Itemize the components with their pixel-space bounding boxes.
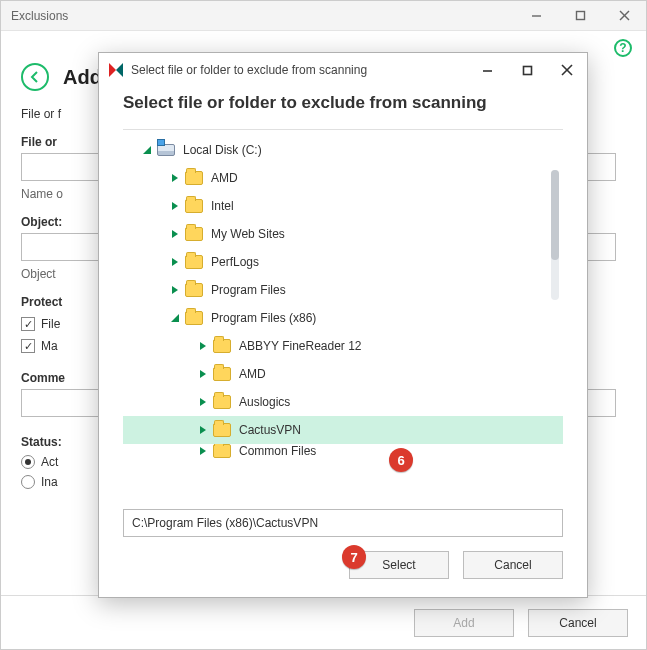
folder-icon [213, 339, 231, 353]
expand-icon[interactable] [197, 425, 209, 435]
help-icon[interactable]: ? [614, 39, 632, 57]
folder-icon [185, 171, 203, 185]
svg-marker-10 [172, 202, 178, 210]
radio-inactive[interactable] [21, 475, 35, 489]
svg-marker-11 [172, 230, 178, 238]
radio-inactive-label: Ina [41, 475, 58, 489]
tree-row-item-1[interactable]: AMD [123, 164, 563, 192]
select-file-dialog: Select file or folder to exclude from sc… [98, 52, 588, 598]
expand-icon[interactable] [197, 341, 209, 351]
dlg-heading: Select file or folder to exclude from sc… [99, 87, 587, 129]
page-title: Add [63, 66, 102, 89]
dlg-maximize-button[interactable] [507, 53, 547, 87]
folder-tree: Local Disk (C:)AMDIntelMy Web SitesPerfL… [123, 129, 563, 481]
folder-icon [185, 283, 203, 297]
expand-icon[interactable] [197, 369, 209, 379]
tree-row-item-9[interactable]: Auslogics [123, 388, 563, 416]
expand-icon[interactable] [169, 173, 181, 183]
svg-rect-1 [576, 12, 584, 20]
expand-icon[interactable] [197, 397, 209, 407]
folder-icon [185, 255, 203, 269]
svg-marker-8 [143, 146, 151, 154]
dlg-cancel-button[interactable]: Cancel [463, 551, 563, 579]
folder-icon [185, 199, 203, 213]
folder-icon [185, 311, 203, 325]
bg-bottom-bar: Add Cancel [1, 595, 646, 649]
expand-icon[interactable] [169, 201, 181, 211]
tree-item-label: AMD [239, 367, 266, 381]
tree-item-label: Common Files [239, 444, 316, 458]
tree-row-item-10[interactable]: CactusVPN [123, 416, 563, 444]
tree-scrollbar-thumb[interactable] [551, 170, 559, 260]
tree-row-item-5[interactable]: Program Files [123, 276, 563, 304]
drive-icon [157, 144, 175, 156]
radio-active[interactable] [21, 455, 35, 469]
bg-maximize-button[interactable] [558, 1, 602, 31]
svg-marker-12 [172, 258, 178, 266]
tree-item-label: Intel [211, 199, 234, 213]
svg-marker-13 [172, 286, 178, 294]
svg-marker-19 [200, 447, 206, 455]
expand-icon[interactable] [169, 285, 181, 295]
checkbox-file[interactable] [21, 317, 35, 331]
expand-icon[interactable] [169, 313, 181, 323]
svg-marker-18 [200, 426, 206, 434]
expand-icon[interactable] [169, 229, 181, 239]
checkbox-file-label: File [41, 317, 60, 331]
tree-scrollbar[interactable] [551, 170, 559, 300]
svg-rect-5 [523, 66, 531, 74]
tree-item-label: ABBYY FineReader 12 [239, 339, 362, 353]
kaspersky-logo-icon [109, 63, 123, 77]
tree-item-label: AMD [211, 171, 238, 185]
annotation-badge-6: 6 [389, 448, 413, 472]
tree-item-label: CactusVPN [239, 423, 301, 437]
dlg-window-title: Select file or folder to exclude from sc… [131, 63, 367, 77]
radio-active-label: Act [41, 455, 58, 469]
tree-row-item-3[interactable]: My Web Sites [123, 220, 563, 248]
bg-cancel-button[interactable]: Cancel [528, 609, 628, 637]
bg-close-button[interactable] [602, 1, 646, 31]
folder-icon [213, 423, 231, 437]
folder-icon [213, 367, 231, 381]
tree-row-root[interactable]: Local Disk (C:) [123, 136, 563, 164]
back-button[interactable] [21, 63, 49, 91]
tree-row-item-11[interactable]: Common Files [123, 444, 563, 458]
bg-window-title: Exclusions [11, 9, 68, 23]
dlg-minimize-button[interactable] [467, 53, 507, 87]
expand-icon[interactable] [141, 145, 153, 155]
folder-icon [213, 395, 231, 409]
checkbox-ma-label: Ma [41, 339, 58, 353]
tree-row-item-8[interactable]: AMD [123, 360, 563, 388]
dlg-close-button[interactable] [547, 53, 587, 87]
svg-marker-17 [200, 398, 206, 406]
folder-icon [213, 444, 231, 458]
annotation-badge-7: 7 [342, 545, 366, 569]
path-input[interactable] [123, 509, 563, 537]
svg-marker-16 [200, 370, 206, 378]
tree-item-label: Program Files (x86) [211, 311, 316, 325]
svg-marker-14 [171, 314, 179, 322]
tree-item-label: My Web Sites [211, 227, 285, 241]
expand-icon[interactable] [197, 446, 209, 456]
expand-icon[interactable] [169, 257, 181, 267]
svg-marker-15 [200, 342, 206, 350]
bg-minimize-button[interactable] [514, 1, 558, 31]
tree-row-item-6[interactable]: Program Files (x86) [123, 304, 563, 332]
tree-row-item-4[interactable]: PerfLogs [123, 248, 563, 276]
add-button[interactable]: Add [414, 609, 514, 637]
folder-icon [185, 227, 203, 241]
tree-row-item-2[interactable]: Intel [123, 192, 563, 220]
svg-marker-9 [172, 174, 178, 182]
tree-item-label: Auslogics [239, 395, 290, 409]
tree-row-item-7[interactable]: ABBYY FineReader 12 [123, 332, 563, 360]
tree-item-label: PerfLogs [211, 255, 259, 269]
dlg-titlebar: Select file or folder to exclude from sc… [99, 53, 587, 87]
bg-titlebar: Exclusions [1, 1, 646, 31]
tree-item-label: Program Files [211, 283, 286, 297]
tree-item-label: Local Disk (C:) [183, 143, 262, 157]
checkbox-ma[interactable] [21, 339, 35, 353]
